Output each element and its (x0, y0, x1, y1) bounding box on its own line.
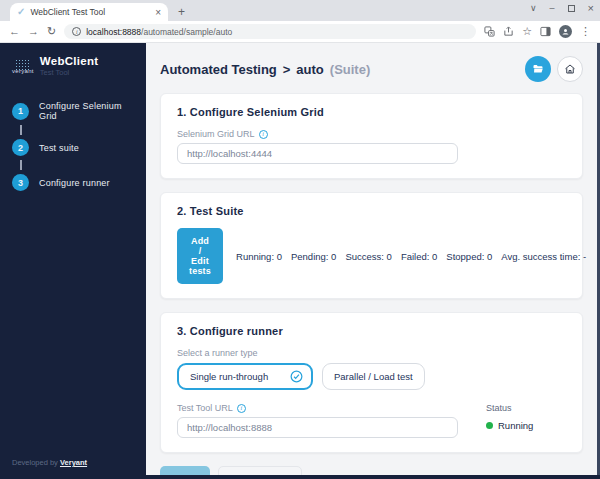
stat-failed: Failed: 0 (401, 251, 437, 262)
window-minimize-button[interactable]: – (550, 3, 555, 13)
add-edit-tests-button[interactable]: Add / Edit tests (177, 228, 223, 284)
site-info-icon[interactable]: i (72, 27, 81, 36)
stat-success: Success: 0 (345, 251, 391, 262)
tab-close-icon[interactable]: × (155, 7, 161, 18)
overflow-menu-icon[interactable]: ⋮ (580, 26, 591, 37)
tool-url-group: Test Tool URL i (177, 392, 458, 438)
breadcrumb: Automated Testing > auto (Suite) (160, 62, 370, 77)
person-icon (561, 27, 570, 36)
selenium-grid-url-label: Selenium Grid URL i (177, 129, 566, 139)
breadcrumb-current: auto (296, 62, 323, 77)
veryant-link[interactable]: Veryant (60, 458, 87, 467)
runner-option-single[interactable]: Single run-through (177, 363, 313, 390)
status-group: Status Running (486, 392, 533, 438)
new-tab-button[interactable]: + (178, 5, 185, 21)
test-tool-url-input[interactable] (177, 417, 458, 438)
home-button[interactable] (557, 56, 583, 82)
info-icon[interactable]: i (259, 130, 268, 139)
step-number-badge: 1 (12, 103, 29, 120)
info-icon[interactable]: i (237, 404, 246, 413)
back-button[interactable]: ← (9, 26, 20, 37)
runner-type-label: Select a runner type (177, 348, 566, 358)
profile-avatar[interactable] (559, 25, 572, 38)
card-title: 3. Configure runner (177, 325, 566, 337)
selenium-grid-url-input[interactable] (177, 143, 458, 164)
address-bar[interactable]: i localhost:8888/automated/sample/auto (64, 24, 476, 39)
window-bottom-border (0, 475, 600, 479)
sidebar-footer: Developed by Veryant (12, 458, 134, 467)
status-dot-icon (486, 422, 493, 429)
clear-results-button[interactable]: Clear Results (218, 466, 302, 475)
main-area: Automated Testing > auto (Suite) 1. Conf… (146, 43, 600, 475)
browser-tab[interactable]: ✓ WebClient Test Tool × (10, 3, 168, 21)
check-circle-icon (290, 370, 303, 383)
window-close-button[interactable]: × (588, 2, 594, 14)
wizard-steps: 1 Configure Selenium Grid 2 Test suite 3… (12, 101, 134, 191)
bookmark-star-icon[interactable]: ☆ (522, 26, 532, 37)
card-title: 2. Test Suite (177, 205, 566, 217)
stat-pending: Pending: 0 (291, 251, 336, 262)
url-text: localhost:8888/automated/sample/auto (86, 27, 232, 37)
tab-title: WebClient Test Tool (30, 7, 150, 17)
home-icon (564, 63, 576, 75)
reload-button[interactable]: ↻ (47, 26, 56, 37)
stat-stopped: Stopped: 0 (446, 251, 492, 262)
step-test-suite[interactable]: 2 Test suite (12, 139, 134, 156)
breadcrumb-suffix: (Suite) (330, 62, 370, 77)
window-chevron-icon[interactable]: ∨ (530, 3, 537, 13)
step-connector (20, 125, 22, 135)
browser-toolbar: ← → ↻ i localhost:8888/automated/sample/… (0, 21, 600, 43)
status-value: Running (486, 420, 533, 431)
open-folder-button[interactable] (525, 56, 551, 82)
status-label: Status (486, 403, 533, 413)
step-connector (20, 160, 22, 170)
start-button[interactable]: Start (160, 466, 210, 475)
card-test-suite: 2. Test Suite Add / Edit tests Running: … (160, 192, 583, 299)
test-tool-url-label: Test Tool URL i (177, 403, 458, 413)
side-panel-icon[interactable] (540, 26, 551, 37)
card-configure-selenium-grid: 1. Configure Selenium Grid Selenium Grid… (160, 93, 583, 179)
window-maximize-button[interactable] (568, 5, 575, 12)
share-icon[interactable] (503, 26, 514, 37)
forward-button[interactable]: → (28, 26, 39, 37)
breadcrumb-root[interactable]: Automated Testing (160, 62, 277, 77)
suite-stats: Running: 0 Pending: 0 Success: 0 Failed:… (236, 251, 586, 262)
breadcrumb-separator: > (283, 62, 291, 77)
stat-running: Running: 0 (236, 251, 282, 262)
card-title: 1. Configure Selenium Grid (177, 106, 566, 118)
browser-window: ✓ WebClient Test Tool × + ∨ – × ← → ↻ i … (0, 0, 600, 479)
site-favicon-icon: ✓ (17, 7, 25, 17)
sidebar: veryant WebClient Test Tool 1 Configure … (0, 43, 146, 475)
step-configure-runner[interactable]: 3 Configure runner (12, 174, 134, 191)
translate-icon[interactable] (484, 26, 495, 37)
card-configure-runner: 3. Configure runner Select a runner type… (160, 312, 583, 453)
app-subtitle: Test Tool (40, 68, 99, 77)
step-configure-selenium-grid[interactable]: 1 Configure Selenium Grid (12, 101, 134, 121)
veryant-logo: veryant (12, 59, 34, 74)
app-name: WebClient (40, 55, 99, 67)
step-number-badge: 2 (12, 139, 29, 156)
actions-row: Start Clear Results (146, 466, 597, 475)
step-number-badge: 3 (12, 174, 29, 191)
page-header: Automated Testing > auto (Suite) (146, 43, 597, 93)
runner-option-parallel[interactable]: Parallel / Load test (322, 363, 425, 390)
folder-icon (532, 63, 544, 75)
brand: veryant WebClient Test Tool (12, 55, 134, 77)
tab-strip: ✓ WebClient Test Tool × + ∨ – × (0, 0, 600, 21)
stat-avg-success-time: Avg. success time: - (501, 251, 586, 262)
